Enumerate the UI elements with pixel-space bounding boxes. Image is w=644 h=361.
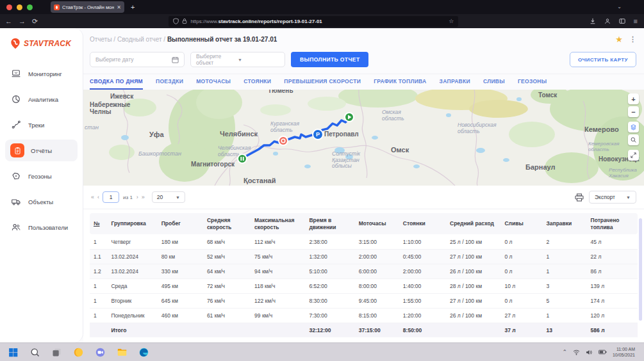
last-page-button[interactable]: » [142,194,144,200]
totals-cell [203,323,251,337]
map-canvas[interactable]: ИжевскНабережныеЧелныстанУфаБашкортостан… [83,90,644,186]
prev-page-button[interactable]: ‹ [97,194,99,200]
map-label: Ижевск [110,93,134,100]
map-controls: +− [628,93,639,161]
browser-tab[interactable]: СтавТрэк - Онлайн мониторс ✕ [51,1,124,13]
map-label: стан [85,124,99,131]
clock[interactable]: 11:00 AM 10/05/2021 [613,346,635,358]
new-tab-button[interactable]: + [131,3,135,11]
tab-сливы[interactable]: СЛИВЫ [483,74,505,90]
back-button[interactable]: ← [5,18,12,25]
table-row[interactable]: 1Четверг180 км68 км/ч112 км/ч2:38:003:15… [90,234,638,249]
battery-icon[interactable] [599,349,607,355]
tab-превышения-скорости[interactable]: ПРЕВЫШЕНИЯ СКОРОСТИ [284,74,361,90]
route-end-marker[interactable] [238,154,247,163]
favorite-star-icon[interactable]: ★ [615,35,623,44]
tab-сводка-по-дням[interactable]: СВОДКА ПО ДНЯМ [90,74,143,90]
task-view-icon[interactable] [51,347,62,358]
sidebar-item-tracks[interactable]: Треки [5,114,78,136]
table-cell: 99 км/ч [251,308,305,323]
table-cell: 0 л [500,249,542,264]
parking-marker[interactable]: P [313,129,323,140]
next-page-button[interactable]: › [136,194,138,200]
tab-close-icon[interactable]: ✕ [117,4,121,10]
totals-cell [446,323,500,337]
stop-marker[interactable] [279,136,288,145]
table-cell: 495 км [158,278,203,293]
page-size-select[interactable]: 20▼ [152,191,185,203]
more-options-icon[interactable]: ⋮ [629,35,636,44]
page-title: Выполненный отчет за 19.01-27.01 [167,36,277,43]
minimize-window-button[interactable] [17,4,22,10]
sidebar-item-objects[interactable]: Объекты [5,191,78,213]
sidebar-toggle-icon[interactable] [619,18,625,24]
print-button[interactable] [575,193,584,202]
tray-chevron-icon[interactable]: ⌃ [562,349,567,355]
sidebar-item-analytics[interactable]: Аналитика [5,88,78,110]
app-logo[interactable]: STAVTRACK [0,35,83,59]
wifi-icon[interactable] [573,349,580,355]
tab-заправки[interactable]: ЗАПРАВКИ [440,74,470,90]
window-controls[interactable] [6,4,33,10]
tab-график-топлива[interactable]: ГРАФИК ТОПЛИВА [374,74,426,90]
edge-icon[interactable] [138,347,149,358]
table-cell: 174 л [587,293,638,308]
tab-поездки[interactable]: ПОЕЗДКИ [156,74,183,90]
tracking-shield-icon[interactable] [173,18,179,24]
column-header: Средняя скорость [203,213,251,234]
table-cell: 139 л [587,278,638,293]
file-explorer-icon[interactable] [117,347,128,358]
clear-map-button[interactable]: ОЧИСТИТЬ КАРТУ [570,52,636,67]
maximize-window-button[interactable] [27,4,33,10]
table-row[interactable]: 1Среда495 км72 км/ч118 км/ч6:52:008:00:0… [90,278,638,293]
layers-button[interactable] [628,122,639,132]
zoom-in-button[interactable]: + [628,93,639,104]
fullscreen-button[interactable] [628,150,639,161]
map-search-button[interactable] [628,134,639,145]
table-row[interactable]: 1Вторник645 км76 км/ч122 км/ч8:30:009:45… [90,293,638,308]
tab-моточасы[interactable]: МОТОЧАСЫ [196,74,231,90]
run-report-button[interactable]: ВЫПОЛНИТЬ ОТЧЕТ [291,52,368,67]
sidebar-item-reports[interactable]: Отчёты [5,140,78,161]
route-start-marker[interactable] [345,113,354,122]
export-dropdown[interactable]: Экспорт▼ [589,191,636,204]
map-label: Челябинск [220,130,258,138]
date-picker-input[interactable]: Выберите дату [90,52,185,67]
forward-button[interactable]: → [19,18,26,25]
tray-time: 11:00 AM [613,346,635,352]
sidebar-item-label: Пользователи [28,224,68,231]
tab-стоянки[interactable]: СТОЯНКИ [244,74,271,90]
table-cell: 1:40:00 [399,278,446,293]
lock-icon[interactable] [182,18,187,24]
reload-button[interactable]: ⟳ [32,18,38,25]
sidebar-item-geozones[interactable]: Геозоны [5,165,78,187]
table-row[interactable]: 1.213.02.2024330 км64 км/ч94 км/ч5:10:00… [90,264,638,278]
svg-text:P: P [316,131,320,138]
zoom-out-button[interactable]: − [628,106,639,117]
map[interactable]: ИжевскНабережныеЧелныстанУфаБашкортостан… [83,90,644,186]
sidebar-item-users[interactable]: Пользователи [5,216,78,238]
bookmark-star-icon[interactable]: ☆ [449,18,454,24]
url-bar[interactable]: https://www.stavtrack.online/reports/rep… [169,16,458,27]
close-window-button[interactable] [6,4,12,10]
tab-геозоны[interactable]: ГЕОЗОНЫ [518,74,547,90]
table-row[interactable]: 1Понедельник460 км61 км/ч99 км/ч7:30:008… [90,308,638,323]
object-select[interactable]: Выберите объект ▼ [190,52,285,67]
list-tabs-chevron-icon[interactable]: ⌄ [617,4,622,10]
start-icon[interactable] [8,347,19,358]
first-page-button[interactable]: « [91,194,94,200]
sidebar-item-monitoring[interactable]: Мониторинг [5,63,78,84]
menu-icon[interactable]: ≡ [634,18,638,25]
table-cell: 0 л [500,293,542,308]
table-cell: 68 км/ч [203,234,251,249]
volume-icon[interactable] [586,349,593,355]
downloads-icon[interactable] [590,18,596,24]
page-number-input[interactable]: 1 [103,191,119,203]
table-cell: 460 км [158,308,203,323]
firefox-icon[interactable] [73,347,84,358]
teams-icon[interactable] [95,347,106,358]
table-row[interactable]: 1.113.02.202480 км52 км/ч75 км/ч1:32:002… [90,249,638,264]
taskbar-search-icon[interactable] [29,347,40,358]
vertical-scrollbar[interactable] [639,218,642,321]
account-icon[interactable] [604,18,611,24]
